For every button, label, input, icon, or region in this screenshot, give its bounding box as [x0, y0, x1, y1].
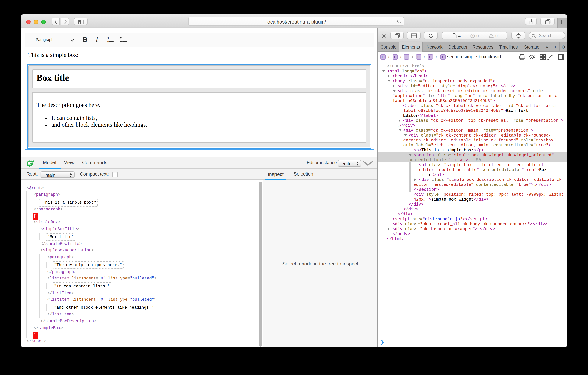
svg-text:2: 2: [107, 40, 109, 44]
svg-text:0: 0: [495, 33, 498, 38]
svg-text:1: 1: [107, 37, 109, 40]
svg-text:5: 5: [32, 160, 33, 163]
svg-text:0: 0: [477, 33, 479, 38]
svg-text:!: !: [472, 34, 473, 38]
svg-text:!: !: [491, 34, 492, 38]
svg-text:4: 4: [458, 33, 461, 38]
